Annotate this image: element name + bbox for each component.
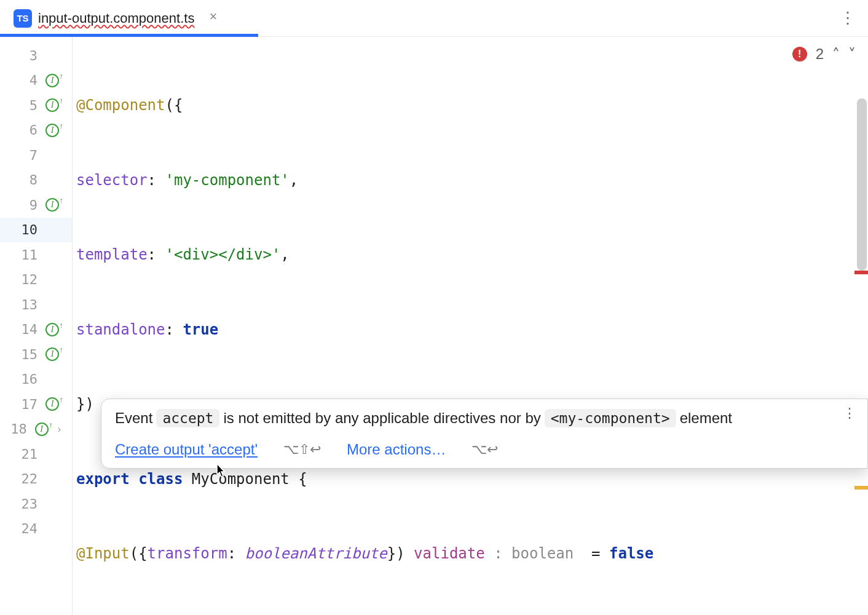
gutter: 3 4I 5I 6I 7 8 9I 10 11 12 13 14I 15I 16… [0,37,73,615]
scrollbar-thumb[interactable] [857,98,867,271]
line-number: 13 [17,297,37,312]
code-line[interactable]: @Input({transform: booleanAttribute}) va… [76,541,868,566]
more-actions-link[interactable]: More actions… [347,441,446,458]
code-line[interactable]: selector: 'my-component', [76,168,868,193]
line-number: 8 [17,172,37,188]
line-number: 21 [17,446,37,462]
code-line[interactable]: @Component({ [76,93,868,118]
line-number: 5 [17,98,37,113]
file-tab[interactable]: TS input-output.component.ts × [0,0,231,36]
impl-interface-icon[interactable]: I [45,323,59,336]
code-area[interactable]: @Component({ selector: 'my-component', t… [73,37,868,615]
intention-popup: ⋮ Event accept is not emitted by any app… [101,399,868,469]
line-number: 18 [6,421,27,437]
line-number: 11 [17,247,37,263]
impl-interface-icon[interactable]: I [45,74,59,87]
code-line[interactable]: template: '<div></div>', [76,242,868,268]
line-number: 6 [17,122,37,138]
code-line[interactable]: export class MyComponent { [76,467,868,492]
error-stripe[interactable] [854,271,868,274]
impl-interface-icon[interactable]: I [45,347,59,361]
code-chip: <my-component> [545,409,676,427]
line-number: 7 [17,148,37,163]
editor-scrollbar[interactable] [854,37,868,615]
popup-menu-icon[interactable]: ⋮ [843,405,858,421]
impl-interface-icon[interactable]: I [45,98,59,112]
line-number: 23 [17,496,37,512]
tab-filename: input-output.component.ts [38,10,194,26]
line-number: 17 [17,397,37,412]
line-number: 10 [17,222,37,237]
warning-stripe[interactable] [854,486,868,490]
shortcut-hint: ⌥⇧↩ [283,442,321,458]
close-tab-icon[interactable]: × [209,9,217,25]
line-number: 22 [17,471,37,486]
fold-expand-icon[interactable]: › [58,424,61,435]
line-number: 16 [17,371,37,387]
create-output-action[interactable]: Create output 'accept' [115,441,258,458]
line-number: 12 [17,272,37,287]
impl-interface-icon[interactable]: I [45,124,59,137]
line-number: 3 [17,48,37,63]
impl-interface-icon[interactable]: I [35,423,49,436]
line-number: 15 [17,347,37,362]
line-number: 9 [17,197,37,213]
line-number: 24 [17,521,37,536]
code-chip: accept [156,409,219,427]
line-number: 14 [17,322,37,337]
tab-bar-menu-icon[interactable]: ⋮ [840,9,868,28]
error-message: Event accept is not emitted by any appli… [115,409,854,427]
typescript-file-icon: TS [14,9,32,28]
impl-interface-icon[interactable]: I [45,397,59,411]
line-number: 4 [17,73,37,88]
shortcut-hint: ⌥↩ [471,442,498,458]
tab-bar: TS input-output.component.ts × ⋮ [0,0,868,37]
impl-interface-icon[interactable]: I [45,198,59,212]
code-line[interactable]: standalone: true [76,317,868,343]
editor[interactable]: 3 4I 5I 6I 7 8 9I 10 11 12 13 14I 15I 16… [0,37,868,615]
